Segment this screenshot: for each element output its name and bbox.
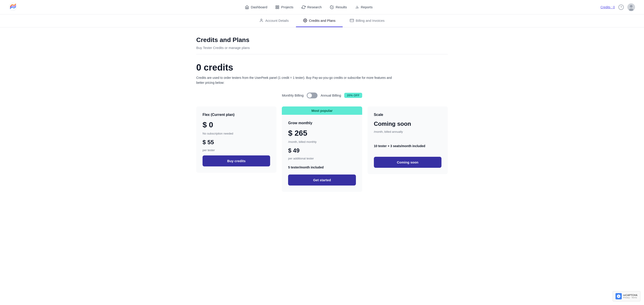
plan-flex-price: $ 0 <box>202 120 270 129</box>
svg-rect-4 <box>278 8 279 8</box>
plan-scale-period: /month, billed annually <box>374 130 442 134</box>
credits-amount: 0 credits <box>196 62 448 72</box>
plan-flex-no-sub: No subscription needed <box>202 132 270 135</box>
reports-icon <box>355 5 359 9</box>
avatar[interactable] <box>628 3 635 11</box>
svg-point-11 <box>261 19 262 20</box>
monthly-billing-label: Monthly Billing <box>282 94 304 97</box>
plan-grow-price: $ 265 <box>288 129 356 138</box>
plan-grow-included: 5 tester/month included <box>288 166 356 169</box>
svg-rect-13 <box>350 19 354 22</box>
svg-rect-2 <box>278 6 279 7</box>
credits-description: Credits are used to order testers from t… <box>196 75 398 85</box>
help-button[interactable]: ? <box>618 4 624 10</box>
nav-reports[interactable]: Reports <box>355 5 373 9</box>
svg-rect-3 <box>276 8 277 8</box>
nav-dashboard[interactable]: Dashboard <box>245 5 267 9</box>
tab-billing-and-invoices[interactable]: Billing and Invoices <box>343 14 392 27</box>
results-icon <box>330 5 334 9</box>
svg-point-12 <box>304 20 306 21</box>
sub-navigation: Account Details Credits and Plans Billin… <box>0 14 644 28</box>
plan-flex-tester-label: per tester <box>202 148 270 152</box>
nav-research[interactable]: Research <box>302 5 322 9</box>
billing-toggle-section: Monthly Billing Annual Billing 20% OFF <box>196 92 448 98</box>
get-started-button[interactable]: Get started <box>288 174 356 186</box>
plan-scale-name: Scale <box>374 113 442 117</box>
nav-right: Credits : 0 ? <box>600 3 635 11</box>
top-navigation: Dashboard Projects Research Results <box>0 0 644 14</box>
plan-scale: Scale Coming soon /month, billed annuall… <box>368 106 448 174</box>
research-icon <box>302 5 306 9</box>
grid-icon <box>275 5 279 9</box>
plans-container: Flex (Current plan) $ 0 No subscription … <box>196 106 448 192</box>
plan-flex: Flex (Current plan) $ 0 No subscription … <box>196 106 276 173</box>
page-subtitle: Buy Tester Credits or manage plans <box>196 46 448 50</box>
plan-card-flex: Flex (Current plan) $ 0 No subscription … <box>196 106 276 173</box>
plan-grow-period: /month, billed monthly <box>288 140 356 144</box>
billing-toggle-switch[interactable] <box>307 92 318 98</box>
discount-badge: 20% OFF <box>344 93 362 98</box>
svg-rect-1 <box>276 6 277 7</box>
nav-center: Dashboard Projects Research Results <box>245 5 372 9</box>
user-icon <box>259 18 264 22</box>
plan-grow-name: Grow monthly <box>288 121 356 125</box>
annual-billing-label: Annual Billing <box>321 94 341 97</box>
plan-card-scale: Scale Coming soon /month, billed annuall… <box>368 106 448 174</box>
coming-soon-button[interactable]: Coming soon <box>374 157 442 168</box>
plan-scale-price: Coming soon <box>374 120 442 127</box>
plan-grow-tester-price: $ 49 <box>288 147 356 154</box>
plan-flex-name: Flex (Current plan) <box>202 113 270 117</box>
most-popular-badge: Most popular <box>282 106 362 115</box>
plan-grow: Most popular Grow monthly $ 265 /month, … <box>282 106 362 192</box>
gear-icon <box>303 18 307 22</box>
page-title: Credits and Plans <box>196 36 448 44</box>
plan-scale-included: 10 tester + 3 seats/month included <box>374 144 442 148</box>
buy-credits-button[interactable]: Buy credits <box>202 156 270 166</box>
card-icon <box>350 18 354 22</box>
svg-point-9 <box>630 5 632 8</box>
nav-projects[interactable]: Projects <box>275 5 293 9</box>
plan-card-grow: Grow monthly $ 265 /month, billed monthl… <box>282 115 362 192</box>
plan-grow-tester-label: per additional tester <box>288 157 356 160</box>
plan-flex-tester-price: $ 55 <box>202 139 270 146</box>
tab-account-details[interactable]: Account Details <box>252 14 296 27</box>
logo[interactable] <box>9 3 17 12</box>
tab-credits-and-plans[interactable]: Credits and Plans <box>296 14 343 27</box>
credits-link[interactable]: Credits : 0 <box>600 6 615 9</box>
main-content: Credits and Plans Buy Tester Credits or … <box>187 28 457 201</box>
nav-results[interactable]: Results <box>330 5 347 9</box>
home-icon <box>245 5 249 9</box>
